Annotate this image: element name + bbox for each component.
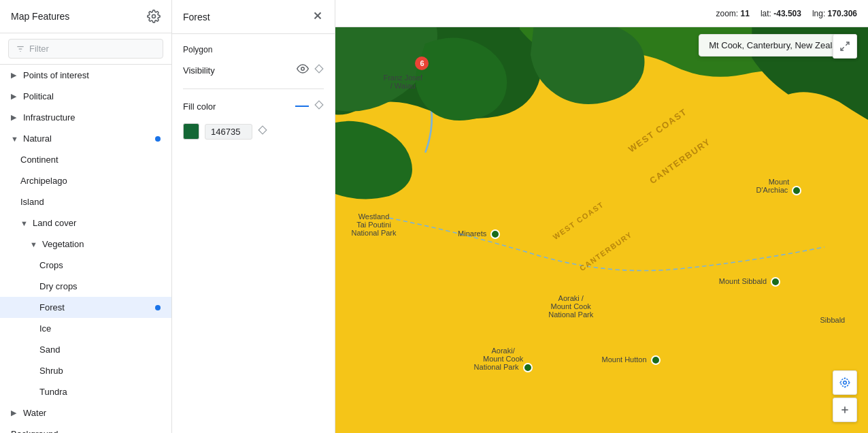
lng-label: lng: 170.306 [812,9,857,18]
svg-marker-8 [315,101,323,109]
close-button[interactable] [312,10,324,24]
sidebar-item-label: Shrub [39,366,63,376]
lat-label: lat: -43.503 [761,9,801,18]
chevron-right-icon: ▶ [11,71,19,80]
sidebar-item-label: Dry crops [39,281,78,291]
gear-button[interactable] [147,10,161,23]
sidebar-item-label: Ice [39,323,51,334]
filter-icon [16,44,25,54]
forest-detail-panel: Forest Polygon Visibility [172,0,335,433]
left-panel: Map Features Filter ▶ Points of interest… [0,0,172,433]
sidebar-item-dry-crops[interactable]: Dry crops [0,276,171,297]
sidebar-item-label: Land cover [33,218,76,228]
sidebar-item-label: Political [23,91,54,101]
forest-content: Polygon Visibility [172,34,335,150]
sidebar-item-infrastructure[interactable]: ▶ Infrastructure [0,107,171,128]
color-swatch-row: 146735 [183,123,324,140]
sidebar-item-water[interactable]: ▶ Water [0,402,171,423]
zoom-value: 11 [741,9,750,18]
route-badge: 6 [415,57,429,70]
sidebar-item-shrub[interactable]: Shrub [0,360,171,381]
active-dot [155,136,161,142]
lng-value: 170.306 [828,9,857,18]
sidebar-item-label: Vegetation [42,239,84,249]
zoom-label: zoom: 11 [716,9,750,18]
zoom-in-button[interactable] [833,398,857,422]
left-header: Map Features [0,0,171,33]
diamond-icon-color[interactable] [258,125,267,138]
chevron-right-icon: ▶ [11,113,19,122]
map-header: zoom: 11 lat: -43.503 lng: 170.306 [335,0,868,27]
chevron-right-icon: ▶ [11,92,19,101]
filter-label: Filter [29,44,49,54]
sidebar-item-label: Sand [39,344,60,355]
svg-point-0 [152,15,156,18]
fill-color-row: Fill color [183,100,324,112]
svg-point-14 [841,379,849,387]
visibility-label: Visibility [183,65,297,76]
svg-point-6 [301,67,305,71]
sidebar-item-background[interactable]: Background [0,423,171,433]
sidebar-item-forest[interactable]: Forest [0,297,171,318]
sidebar-item-crops[interactable]: Crops [0,255,171,276]
chevron-down-icon: ▼ [30,240,38,248]
forest-title: Forest [183,12,210,22]
sidebar-item-archipelago[interactable]: Archipelago [0,170,171,191]
sidebar-item-island[interactable]: Island [0,191,171,212]
sidebar-item-label: Forest [39,302,65,312]
svg-point-13 [844,381,847,385]
diamond-icon[interactable] [314,100,324,112]
sidebar-item-land-cover[interactable]: ▼ Land cover [0,212,171,234]
svg-line-12 [841,47,844,50]
svg-marker-7 [315,65,323,73]
sidebar-item-label: Tundra [39,387,67,397]
forest-header: Forest [172,0,335,34]
sidebar-item-tundra[interactable]: Tundra [0,381,171,402]
polygon-label: Polygon [183,45,324,54]
filter-bar: Filter [0,33,171,65]
sidebar-item-political[interactable]: ▶ Political [0,86,171,107]
color-hex-value[interactable]: 146735 [205,124,252,140]
sidebar-item-label: Crops [39,260,63,270]
location-tooltip-text: Mt Cook, Canterbury, New Zealand [709,40,847,50]
sidebar-item-points-of-interest[interactable]: ▶ Points of interest [0,65,171,86]
chevron-down-icon: ▼ [11,135,19,143]
fill-color-controls [295,100,324,112]
sidebar-item-label: Background [11,429,58,433]
sidebar-item-vegetation[interactable]: ▼ Vegetation [0,234,171,255]
fill-color-label: Fill color [183,101,295,112]
svg-line-11 [846,42,849,46]
sidebar-item-sand[interactable]: Sand [0,339,171,360]
panel-title: Map Features [11,11,69,22]
sidebar-item-label: Continent [20,155,59,165]
sidebar-item-label: Natural [23,133,52,144]
sidebar-item-label: Points of interest [23,70,89,80]
eye-icon[interactable] [297,63,309,78]
sidebar-item-label: Water [23,408,46,418]
sidebar-item-label: Infrastructure [23,112,76,123]
svg-marker-9 [258,126,267,134]
sidebar-item-label: Archipelago [20,176,67,186]
map-controls [833,370,857,422]
chevron-right-icon: ▶ [11,408,19,417]
sidebar-item-label: Island [20,197,44,207]
sidebar-item-natural[interactable]: ▼ Natural [0,128,171,149]
map-area[interactable]: zoom: 11 lat: -43.503 lng: 170.306 WEST … [335,0,868,433]
sidebar-item-ice[interactable]: Ice [0,318,171,339]
location-button[interactable] [833,370,857,395]
color-swatch[interactable] [183,123,199,140]
filter-container[interactable]: Filter [8,39,163,59]
visibility-row: Visibility [183,63,324,78]
minus-line [295,106,309,107]
nav-list: ▶ Points of interest ▶ Political ▶ Infra… [0,65,171,433]
chevron-down-icon: ▼ [20,219,29,227]
lat-value: -43.503 [773,9,801,18]
fullscreen-button[interactable] [833,34,857,59]
active-dot [155,305,161,310]
divider [183,89,324,89]
sidebar-item-continent[interactable]: Continent [0,149,171,170]
diamond-icon[interactable] [314,64,324,76]
visibility-controls [297,63,324,78]
